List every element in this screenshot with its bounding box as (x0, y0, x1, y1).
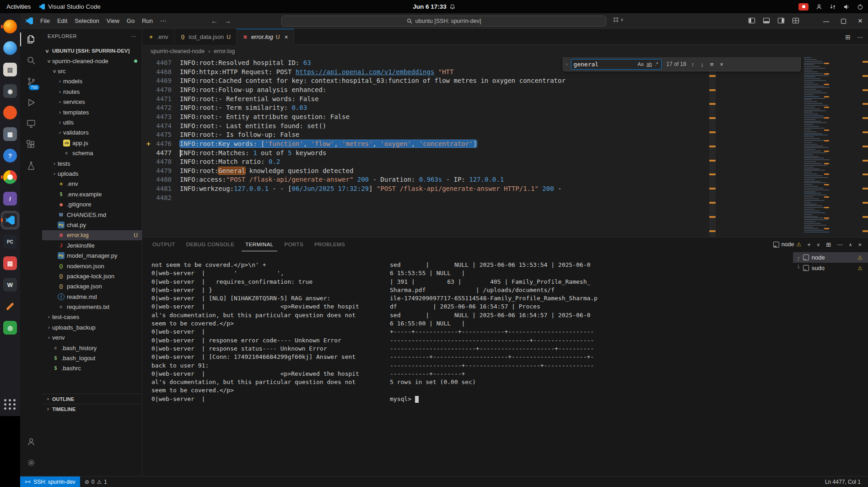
dock-remote-desktop-icon[interactable]: ▦ (1, 125, 19, 143)
panel-more-icon[interactable]: ⋯ (837, 241, 843, 248)
tree-item-venv[interactable]: ›venv (42, 333, 142, 343)
dock-chrome-icon[interactable] (1, 168, 19, 186)
find-prev-icon[interactable]: ↑ (690, 61, 696, 68)
terminal-dropdown-icon[interactable]: ∨ (817, 242, 820, 247)
dock-screenshot-tool-icon[interactable]: ◉ (1, 82, 19, 100)
editor-line-4474[interactable]: INFO:root:- Last entities found: set() (180, 122, 326, 131)
tree-item-.bash_history[interactable]: ≡.bash_history (42, 343, 142, 353)
maximize-panel-icon[interactable]: ∧ (849, 242, 852, 247)
find-next-icon[interactable]: ↓ (699, 61, 705, 68)
remote-explorer-icon[interactable] (20, 113, 42, 134)
tree-item-validators[interactable]: ›validators (42, 128, 142, 138)
minimize-button[interactable]: — (823, 18, 829, 25)
toggle-panel-icon[interactable] (763, 17, 770, 24)
editor-line-4481[interactable]: INFO:werkzeug:127.0.0.1 - - [06/Jun/2025… (180, 184, 562, 194)
editor-line-4478[interactable]: INFO:root:Match ratio: 0.2 (180, 157, 280, 167)
volume-icon[interactable] (843, 4, 850, 10)
testing-icon[interactable] (20, 155, 42, 176)
terminal-node[interactable]: not seem to be covered.</p>\n' +0|web-se… (151, 261, 359, 403)
editor[interactable]: 4467446844694470447144724473447444754476… (142, 57, 868, 237)
menu-run[interactable]: Run (138, 16, 156, 26)
explorer-icon[interactable] (20, 29, 42, 50)
terminal-sudo[interactable]: sed | NULL | 2025-06-06 15:53:54 | 2025-… (390, 261, 598, 403)
match-case-icon[interactable]: Aa (636, 61, 645, 67)
editor-line-4472[interactable]: INFO:root:- Term similarity: 0.03 (180, 103, 307, 113)
panel-tab-terminal[interactable]: TERMINAL (242, 238, 277, 251)
tab-more-icon[interactable]: ⋯ (857, 33, 863, 41)
tree-item-Jenkinsfile[interactable]: JJenkinsfile (42, 240, 142, 250)
close-window-button[interactable]: × (858, 16, 863, 26)
find-input[interactable] (573, 61, 636, 68)
tree-item-.bash_logout[interactable]: $.bash_logout (42, 353, 142, 363)
editor-line-4473[interactable]: INFO:root:- Entity attribute question: F… (180, 113, 350, 122)
maximize-button[interactable] (841, 19, 846, 24)
menu-edit[interactable]: Edit (54, 16, 71, 26)
split-editor-icon[interactable]: ⊞ (845, 33, 851, 41)
tree-item-tests[interactable]: ›tests (42, 158, 142, 168)
tree-item-spurrin-cleaned-node[interactable]: ∨spurrin-cleaned-node (42, 56, 142, 66)
editor-line-4476[interactable]: INFO:root:Key words: ['function', 'flow'… (180, 140, 477, 149)
tree-item-.env[interactable]: ∗.env (42, 179, 142, 189)
tree-item-routes[interactable]: ›routes (42, 87, 142, 97)
breadcrumb[interactable]: spurrin-cleaned-node›error.log (142, 45, 868, 57)
cursor-position[interactable]: Ln 4477, Col 1 (825, 479, 861, 485)
tree-item-uploads[interactable]: ›uploads (42, 168, 142, 179)
copilot-sparkle-icon[interactable] (146, 141, 151, 146)
active-terminal-label[interactable]: node ⚠ (773, 241, 802, 248)
source-control-icon[interactable]: 755 (20, 71, 42, 92)
power-icon[interactable] (857, 4, 863, 10)
tree-item-services[interactable]: ›services (42, 97, 142, 107)
panel-tab-debug-console[interactable]: DEBUG CONSOLE (183, 238, 238, 251)
editor-line-4470[interactable]: INFO:root:Follow-up analysis enhanced: (180, 86, 326, 95)
tree-item-templates[interactable]: ›templates (42, 107, 142, 117)
tree-item-.env.example[interactable]: $.env.example (42, 189, 142, 199)
editor-scrollbar[interactable] (709, 58, 716, 237)
tree-item-.bashrc[interactable]: $.bashrc (42, 363, 142, 373)
whole-word-icon[interactable]: ab (645, 61, 653, 67)
breadcrumb-item[interactable]: error.log (214, 48, 235, 54)
settings-gear-icon[interactable] (20, 452, 42, 473)
editor-line-4479[interactable]: INFO:root:General knowledge question det… (180, 167, 353, 176)
tab-error.log[interactable]: ≣error.logU× (237, 29, 294, 45)
split-terminal-icon[interactable]: ⊞ (826, 241, 831, 248)
editor-line-4477[interactable]: INFO:root:Matches: 1 out of 5 keywords (180, 149, 326, 158)
tree-item-nodemon.json[interactable]: {}nodemon.json (42, 261, 142, 271)
overview-ruler[interactable] (863, 58, 868, 237)
screen-record-indicator-icon[interactable] (798, 3, 809, 11)
run-debug-icon[interactable] (20, 92, 42, 113)
network-icon[interactable] (830, 4, 836, 10)
nav-forward-icon[interactable]: → (224, 17, 231, 25)
tree-item-.gitignore[interactable]: ◆.gitignore (42, 199, 142, 209)
dock-software-center-icon[interactable] (1, 104, 19, 121)
clock-menu[interactable]: Jun 6 17:33 (413, 3, 455, 10)
user-status-icon[interactable] (816, 4, 822, 10)
tree-item-models[interactable]: ›models (42, 76, 142, 87)
tree-item-requirements.txt[interactable]: ≡requirements.txt (42, 302, 142, 312)
terminal-tab-node[interactable]: ┌node⚠ (793, 252, 868, 263)
menu-go[interactable]: Go (123, 16, 138, 26)
tree-item-package.json[interactable]: {}package.json (42, 281, 142, 292)
dock-pencil-icon[interactable] (1, 298, 19, 315)
tree-item-package-lock.json[interactable]: {}package-lock.json (42, 271, 142, 281)
dock-test-tube-icon[interactable]: / (1, 190, 19, 207)
editor-line-4467[interactable]: INFO:root:Resolved hospital ID: 63 (180, 59, 311, 68)
activities-button[interactable]: Activities (6, 3, 31, 10)
tab-icd_data.json[interactable]: {}icd_data.jsonU (174, 29, 237, 45)
panel-tab-ports[interactable]: PORTS (281, 238, 307, 251)
tree-item-CHANGES.md[interactable]: MCHANGES.md (42, 210, 142, 220)
extensions-icon[interactable] (20, 134, 42, 155)
close-panel-icon[interactable]: × (858, 241, 862, 248)
tree-item-chat.py[interactable]: Pychat.py (42, 220, 142, 230)
tree-item-readme.md[interactable]: ireadme.md (42, 292, 142, 302)
editor-line-4475[interactable]: INFO:root:- Is follow-up: False (180, 130, 299, 140)
outline-section[interactable]: › OUTLINE (42, 394, 142, 404)
tab-.env[interactable]: ∗.env (142, 29, 174, 45)
command-center[interactable]: ubuntu [SSH: spurrin-dev] (281, 16, 606, 27)
search-icon[interactable] (20, 50, 42, 71)
find-expand-icon[interactable]: › (566, 62, 567, 67)
tree-item-test-cases[interactable]: ›test-cases (42, 312, 142, 322)
tree-item-src[interactable]: ∨src (42, 66, 142, 76)
dock-files-icon[interactable]: ▤ (1, 61, 19, 78)
explorer-more-icon[interactable]: ⋯ (131, 33, 137, 39)
focused-app-name[interactable]: Visual Studio Code (39, 3, 101, 10)
